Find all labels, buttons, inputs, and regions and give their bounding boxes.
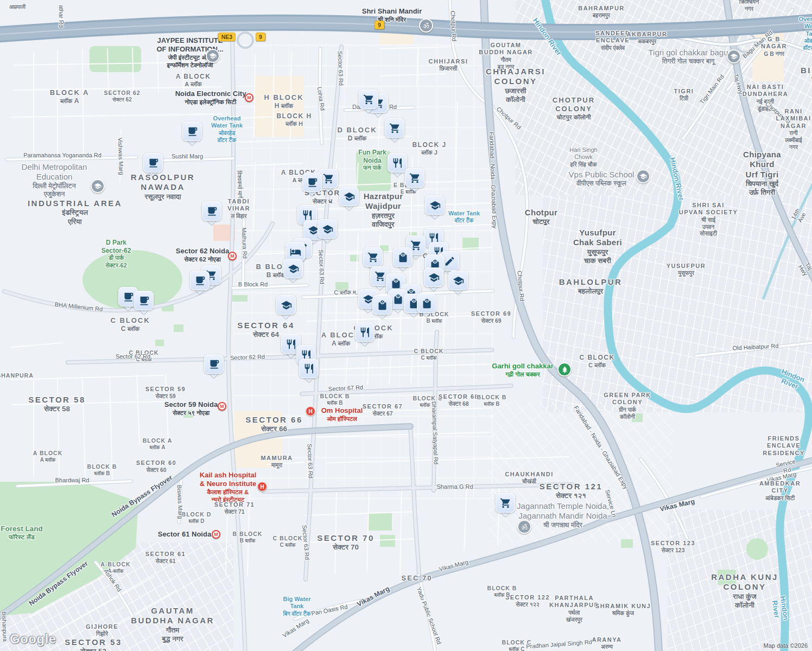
pen-icon: [444, 256, 455, 267]
cart-icon: [389, 123, 401, 134]
gradcap-icon: [322, 224, 333, 235]
map-canvas[interactable]: आम्रपालीathar RdShri Shani Mandirश्री शन…: [0, 0, 812, 651]
coffee-icon: [194, 275, 206, 286]
coffee-icon: [138, 295, 150, 307]
gradcap-icon: [344, 191, 355, 202]
gradcap-poi-marker[interactable]: [276, 295, 296, 315]
marker-pin: [202, 201, 221, 221]
cart-icon: [367, 252, 379, 263]
marker-pin: [190, 271, 210, 290]
gradcap-icon: [453, 275, 464, 286]
gradcap-poi-marker[interactable]: [448, 271, 468, 290]
restaurant-icon: [392, 157, 403, 169]
cart-icon: [409, 173, 421, 184]
marker-pin: [393, 247, 413, 267]
bag-icon: [397, 252, 409, 263]
marker-pin: [182, 122, 202, 141]
coffee-icon: [148, 157, 159, 169]
coffee-icon: [307, 177, 318, 188]
restaurant-icon: [302, 209, 313, 221]
restaurant-icon: [359, 327, 371, 338]
coffee-poi-marker[interactable]: [190, 271, 210, 290]
marker-pin: [405, 168, 424, 188]
coffee-poi-marker[interactable]: [202, 201, 221, 221]
gradcap-poi-marker[interactable]: [424, 267, 443, 287]
bag-poi-marker[interactable]: [393, 247, 413, 267]
coffee-poi-marker[interactable]: [302, 173, 322, 192]
marker-pin: [134, 291, 154, 310]
coffee-poi-marker[interactable]: [143, 153, 163, 173]
marker-pin: [417, 293, 436, 313]
gradcap-poi-marker[interactable]: [339, 187, 359, 206]
gradcap-icon: [281, 299, 292, 311]
gradcap-poi-marker[interactable]: [283, 259, 303, 278]
bag-poi-marker[interactable]: [372, 295, 392, 315]
marker-pin: [318, 219, 337, 239]
marker-pin: [299, 359, 319, 378]
marker-pin: [388, 153, 407, 173]
cart-poi-marker[interactable]: [359, 90, 378, 109]
coffee-icon: [206, 206, 218, 217]
cart-poi-marker[interactable]: [363, 247, 383, 267]
markers-layer: [0, 0, 812, 651]
marker-pin: [372, 295, 392, 315]
restaurant-poi-marker[interactable]: [299, 359, 319, 378]
coffee-poi-marker[interactable]: [204, 354, 224, 374]
marker-pin: [302, 173, 322, 192]
marker-pin: [355, 322, 375, 342]
cart-icon: [375, 271, 386, 282]
bag-poi-marker[interactable]: [417, 293, 436, 313]
marker-pin: [339, 187, 359, 206]
restaurant-poi-marker[interactable]: [388, 153, 407, 173]
cart-icon: [500, 497, 511, 509]
marker-pin: [496, 493, 515, 513]
cart-icon: [363, 94, 375, 105]
marker-pin: [204, 354, 224, 374]
bag-icon: [377, 299, 388, 311]
marker-pin: [448, 271, 468, 290]
bag-icon: [390, 278, 402, 289]
gradcap-icon: [428, 272, 440, 283]
google-logo[interactable]: Google: [10, 631, 56, 647]
coffee-poi-marker[interactable]: [182, 122, 202, 141]
marker-pin: [385, 118, 404, 138]
coffee-icon: [123, 291, 134, 303]
cart-icon: [323, 173, 334, 184]
bed-icon: [290, 246, 301, 258]
marker-pin: [363, 247, 383, 267]
coffee-icon: [208, 359, 220, 370]
marker-pin: [359, 90, 378, 109]
bag-icon: [392, 293, 404, 305]
cart-poi-marker[interactable]: [405, 168, 424, 188]
marker-pin: [425, 195, 445, 215]
restaurant-poi-marker[interactable]: [355, 322, 375, 342]
marker-pin: [276, 295, 296, 315]
cart-poi-marker[interactable]: [385, 118, 404, 138]
map-attribution: Map data ©2026: [764, 642, 808, 649]
gradcap-icon: [288, 263, 299, 275]
restaurant-icon: [286, 339, 297, 350]
marker-pin: [424, 267, 443, 287]
coffee-poi-marker[interactable]: [134, 291, 154, 310]
gradcap-icon: [429, 200, 441, 211]
cart-poi-marker[interactable]: [496, 493, 515, 513]
coffee-icon: [187, 126, 198, 137]
bag-icon: [421, 298, 433, 309]
marker-pin: [283, 259, 303, 278]
marker-pin: [143, 153, 163, 173]
restaurant-icon: [303, 363, 315, 374]
gradcap-poi-marker[interactable]: [318, 219, 337, 239]
gradcap-poi-marker[interactable]: [425, 195, 445, 215]
